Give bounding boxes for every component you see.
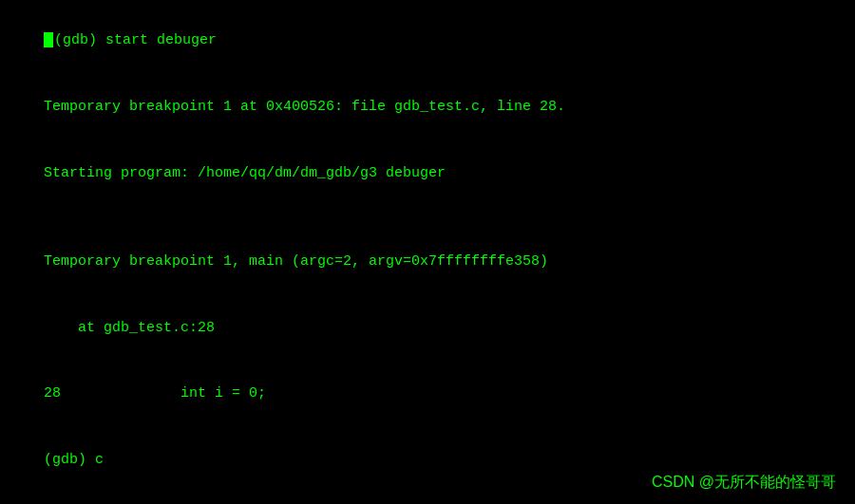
line-text: 28 int i = 0;: [44, 385, 266, 401]
line-text: (gdb) c: [44, 452, 104, 468]
terminal-window: (gdb) start debuger Temporary breakpoint…: [0, 0, 855, 504]
terminal-line: Starting program: /home/qq/dm/dm_gdb/g3 …: [10, 140, 846, 207]
line-text: (gdb) start debuger: [54, 32, 217, 48]
cursor-icon: [44, 32, 53, 47]
terminal-line: Continuing.: [10, 494, 846, 505]
line-text: Temporary breakpoint 1 at 0x400526: file…: [44, 99, 565, 115]
terminal-line-blank: [10, 206, 846, 228]
terminal-line: Temporary breakpoint 1 at 0x400526: file…: [10, 74, 846, 140]
terminal-line: (gdb) start debuger: [10, 8, 846, 74]
terminal-line: 28 int i = 0;: [10, 361, 846, 427]
line-text: Starting program: /home/qq/dm/dm_gdb/g3 …: [44, 165, 446, 181]
line-text: at gdb_test.c:28: [44, 320, 215, 336]
terminal-line: Temporary breakpoint 1, main (argc=2, ar…: [10, 229, 846, 295]
watermark: CSDN @无所不能的怪哥哥: [652, 473, 836, 493]
terminal-line: at gdb_test.c:28: [10, 294, 846, 361]
line-text: Temporary breakpoint 1, main (argc=2, ar…: [44, 253, 548, 270]
